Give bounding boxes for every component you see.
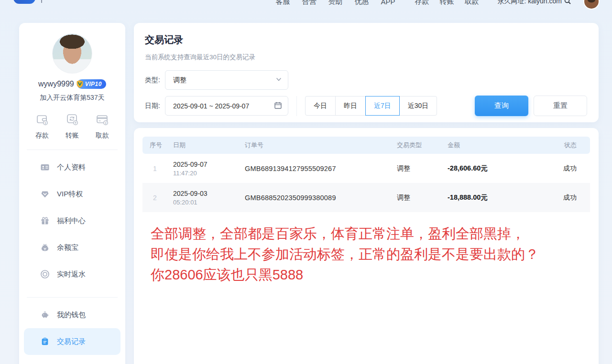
sidebar-item-profile[interactable]: 个人资料 (24, 154, 120, 181)
table-row[interactable]: 1 2025-09-07 11:47:20 GMB689139412795550… (142, 154, 590, 183)
user-portrait-avatar[interactable] (52, 33, 92, 74)
vip-badge[interactable]: VIP10 (77, 79, 106, 89)
top-navigation: 客服 合营 赞助 优惠 APP 存款 转账 取款 永久网址: kaiyun.co… (0, 0, 612, 11)
transaction-record-icon (40, 337, 50, 346)
annotation-line: 即使是你给我上不参加活动标签，正常的盈利是不是要出款的？ (151, 244, 590, 265)
table-header: 序号 日期 订单号 交易类型 金额 状态 (142, 137, 590, 154)
nav-wallet-group: 存款 转账 取款 (415, 0, 479, 6)
header-status: 状态 (558, 141, 590, 150)
row-datetime: 2025-09-03 05:20:01 (170, 190, 242, 206)
row-date: 2025-09-07 (173, 161, 242, 168)
type-filter-label: 类型: (145, 76, 165, 85)
sidebar-item-my-wallet[interactable]: 我的钱包 (24, 301, 120, 328)
header-date: 日期 (170, 141, 242, 150)
sidebar-menu-secondary: 我的钱包 交易记录 投注记录 (19, 298, 125, 364)
nav-sponsorship[interactable]: 赞助 (328, 0, 342, 6)
sidebar-item-label: 个人资料 (57, 163, 86, 172)
quick-action-transfer[interactable]: 转账 (66, 113, 79, 140)
svg-text:¥: ¥ (105, 121, 107, 125)
nav-transfer[interactable]: 转账 (439, 0, 454, 6)
header-order-no: 订单号 (242, 141, 394, 150)
quick-action-withdraw[interactable]: ¥ 取款 (96, 113, 109, 140)
sidebar-item-label: 福利中心 (57, 216, 86, 225)
annotation-line: 你28606应该也只黑5888 (151, 265, 590, 285)
row-date: 2025-09-03 (173, 190, 242, 197)
row-index: 1 (142, 165, 170, 172)
type-select-value: 调整 (173, 76, 186, 85)
range-button-last30days[interactable]: 近30日 (399, 96, 437, 116)
sidebar-item-vip[interactable]: VIP特权 (24, 181, 120, 207)
sidebar-item-transaction-records[interactable]: 交易记录 (24, 328, 120, 355)
filter-panel: 交易记录 当前系统支持查询最近30日的交易记录 类型: 调整 日期: 2025-… (134, 23, 599, 122)
row-order-no: GMB6885202350999380089 (242, 194, 394, 202)
sidebar-item-label: VIP特权 (57, 190, 83, 199)
quick-range-group: 今日 昨日 近7日 近30日 (305, 96, 437, 116)
header-user-avatar[interactable] (583, 0, 600, 10)
nav-partnership[interactable]: 合营 (302, 0, 316, 6)
page-subtitle: 当前系统支持查询最近30日的交易记录 (145, 53, 587, 62)
permanent-url: 永久网址: kaiyun.com (497, 0, 571, 6)
range-button-today[interactable]: 今日 (305, 96, 336, 116)
sidebar-item-label: 交易记录 (57, 337, 86, 346)
nav-deposit[interactable]: 存款 (415, 0, 429, 6)
chevron-down-icon (275, 76, 282, 84)
row-amount: -18,888.00元 (445, 193, 558, 202)
sidebar: wywy9999 VIP10 加入开云体育第537天 ¥ 存款 转账 ¥ 取款 (19, 23, 125, 364)
query-button[interactable]: 查询 (475, 96, 528, 116)
welfare-gift-icon (40, 216, 50, 225)
nav-customer-service[interactable]: 客服 (275, 0, 290, 6)
header-type: 交易类型 (394, 141, 445, 150)
annotation-line: 全部调整，全部都是百家乐，体育正常注单，盈利全部黑掉， (151, 224, 590, 244)
page-title: 交易记录 (145, 33, 587, 46)
sidebar-item-label: 余额宝 (57, 243, 78, 252)
transfer-icon (66, 113, 79, 128)
date-filter-label: 日期: (145, 102, 165, 110)
quick-action-label: 取款 (96, 131, 109, 140)
quick-actions: ¥ 存款 转账 ¥ 取款 (19, 113, 125, 140)
row-datetime: 2025-09-07 11:47:20 (170, 161, 242, 177)
permanent-url-label: 永久网址: kaiyun.com (497, 0, 562, 6)
row-time: 05:20:01 (173, 199, 242, 206)
header-index: 序号 (142, 141, 170, 150)
sidebar-item-label: 我的钱包 (57, 310, 86, 320)
nav-app[interactable]: APP (381, 0, 395, 6)
nav-promotions[interactable]: 优惠 (354, 0, 369, 6)
sidebar-item-bet-records[interactable]: 投注记录 (24, 355, 120, 364)
username: wywy9999 (38, 80, 74, 88)
sidebar-menu-primary: 个人资料 VIP特权 福利中心 余额宝 实时返水 (19, 150, 125, 288)
row-time: 11:47:20 (173, 170, 242, 177)
row-status: 成功 (558, 193, 590, 202)
sidebar-item-yuebao[interactable]: 余额宝 (24, 234, 120, 261)
sidebar-item-rebate[interactable]: 实时返水 (24, 261, 120, 288)
sidebar-item-welfare[interactable]: 福利中心 (24, 207, 120, 234)
records-panel: 序号 日期 订单号 交易类型 金额 状态 1 2025-09-07 11:47:… (134, 128, 599, 364)
sidebar-item-label: 实时返水 (57, 270, 86, 279)
row-status: 成功 (558, 164, 590, 173)
deposit-wallet-icon: ¥ (35, 113, 49, 128)
range-button-last7days[interactable]: 近7日 (365, 96, 400, 116)
row-amount: -28,606.60元 (445, 164, 558, 173)
date-range-value: 2025-09-01 ~ 2025-09-07 (173, 102, 249, 110)
search-icon[interactable] (564, 0, 571, 6)
vertical-divider (296, 96, 297, 116)
withdraw-card-icon: ¥ (96, 113, 109, 128)
membership-duration: 加入开云体育第537天 (19, 94, 125, 102)
type-select[interactable]: 调整 (165, 70, 288, 90)
calendar-icon (274, 101, 282, 111)
quick-action-label: 转账 (66, 131, 79, 140)
quick-action-deposit[interactable]: ¥ 存款 (35, 113, 49, 140)
row-index: 2 (142, 194, 170, 202)
row-type: 调整 (394, 193, 445, 202)
row-order-no: GMB6891394127955509267 (242, 165, 394, 172)
piggy-wallet-icon (40, 310, 50, 320)
id-card-icon (40, 162, 50, 172)
header-amount: 金额 (445, 141, 558, 150)
range-button-yesterday[interactable]: 昨日 (335, 96, 366, 116)
nav-withdraw[interactable]: 取款 (464, 0, 479, 6)
table-row[interactable]: 2 2025-09-03 05:20:01 GMB688520235099938… (142, 183, 590, 212)
realtime-rebate-icon (40, 269, 50, 279)
row-type: 调整 (394, 164, 445, 173)
reset-button[interactable]: 重置 (534, 96, 587, 116)
vip-shield-icon (76, 80, 84, 88)
date-range-input[interactable]: 2025-09-01 ~ 2025-09-07 (165, 96, 288, 116)
